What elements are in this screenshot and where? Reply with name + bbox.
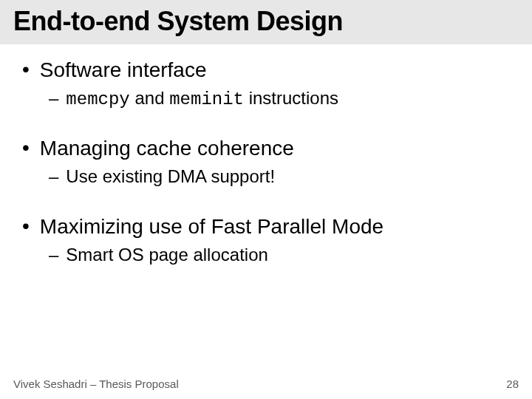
bullet-text: Maximizing use of Fast Parallel Mode — [40, 214, 383, 239]
slide-title: End-to-end System Design — [13, 6, 519, 37]
sub-bullet-item: – Use existing DMA support! — [49, 166, 511, 189]
slide: End-to-end System Design • Software inte… — [0, 0, 532, 399]
sub-bullet-text: memcpy and meminit instructions — [66, 87, 338, 111]
content-area: • Software interface – memcpy and memini… — [0, 44, 532, 267]
page-number: 28 — [506, 378, 519, 390]
code-token: meminit — [169, 89, 244, 109]
sub-bullet-item: – Smart OS page allocation — [49, 244, 511, 267]
bullet-text: Software interface — [40, 58, 207, 83]
sub-text-prefix: Use existing DMA support! — [66, 166, 275, 186]
bullet-item: • Software interface — [21, 58, 511, 83]
sub-text-suffix: instructions — [244, 88, 338, 108]
sub-bullet-text: Use existing DMA support! — [66, 166, 275, 189]
bullet-item: • Managing cache coherence — [21, 136, 511, 161]
dash-icon: – — [49, 87, 58, 109]
dash-icon: – — [49, 166, 58, 188]
bullet-dot-icon: • — [22, 136, 30, 160]
sub-bullet-item: – memcpy and meminit instructions — [49, 87, 511, 111]
sub-text-prefix: Smart OS page allocation — [66, 245, 267, 265]
code-token: memcpy — [66, 89, 129, 109]
dash-icon: – — [49, 244, 58, 266]
sub-bullet-text: Smart OS page allocation — [66, 244, 267, 267]
sub-text-mid: and — [130, 88, 169, 108]
bullet-dot-icon: • — [22, 58, 30, 81]
bullet-dot-icon: • — [22, 214, 30, 238]
title-bar: End-to-end System Design — [0, 0, 532, 44]
bullet-text: Managing cache coherence — [40, 136, 294, 161]
footer-author: Vivek Seshadri – Thesis Proposal — [13, 378, 179, 390]
bullet-item: • Maximizing use of Fast Parallel Mode — [21, 214, 511, 239]
footer: Vivek Seshadri – Thesis Proposal 28 — [13, 378, 519, 390]
